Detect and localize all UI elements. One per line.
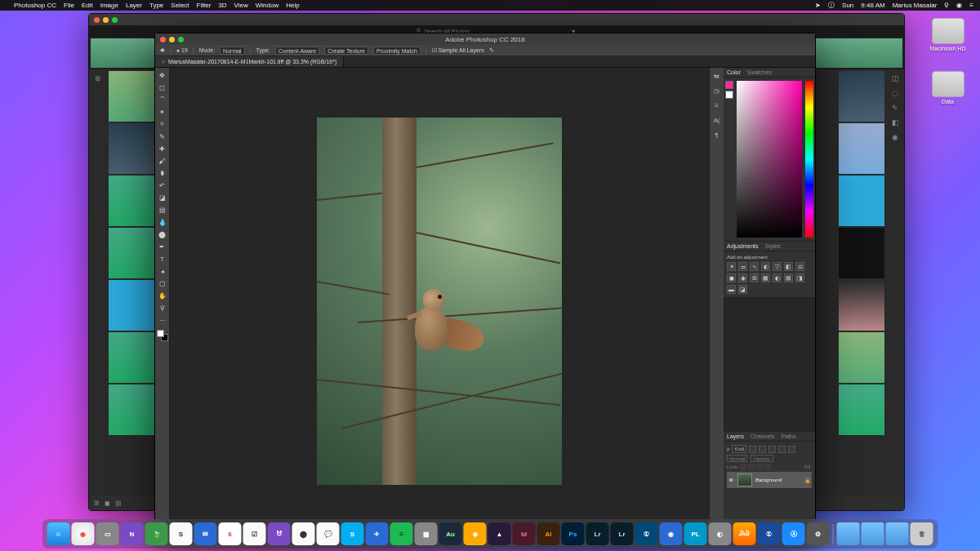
- rectangle-tool[interactable]: ▢: [157, 278, 168, 289]
- dock-freshbooks[interactable]: 🍃: [145, 522, 168, 545]
- app-menu[interactable]: Photoshop CC: [14, 2, 56, 9]
- menu-file[interactable]: File: [64, 2, 74, 9]
- grid-view-icon[interactable]: ⊞: [94, 500, 100, 507]
- gradient-tool[interactable]: ▤: [157, 204, 168, 216]
- menu-help[interactable]: Help: [286, 2, 299, 9]
- exposure-adjustment-icon[interactable]: ◐: [761, 262, 770, 271]
- notification-center-icon[interactable]: ≡: [969, 2, 973, 9]
- gradient-icon[interactable]: ◧: [892, 118, 899, 127]
- hue-slider[interactable]: [805, 81, 813, 238]
- menu-layer[interactable]: Layer: [126, 2, 142, 9]
- dock-things[interactable]: ☑: [243, 522, 266, 545]
- dock-spotify[interactable]: ≡: [390, 522, 413, 545]
- filter-type-icon[interactable]: [768, 446, 776, 453]
- location-icon[interactable]: ➤: [815, 2, 821, 9]
- character-panel-icon[interactable]: A|: [712, 115, 722, 125]
- close-icon[interactable]: [94, 17, 100, 23]
- blur-tool[interactable]: 💧: [157, 216, 168, 228]
- lock-pixels-icon[interactable]: [748, 464, 755, 470]
- gradient-map-adjustment-icon[interactable]: ▬: [727, 285, 736, 294]
- bw-adjustment-icon[interactable]: ◼: [727, 273, 736, 282]
- sample-all-layers-checkbox[interactable]: ☑ Sample All Layers: [432, 47, 484, 54]
- brush-tool[interactable]: 🖌: [157, 155, 168, 167]
- curves-adjustment-icon[interactable]: ∿: [750, 262, 759, 271]
- spotlight-icon[interactable]: ⚲: [944, 2, 949, 9]
- color-balance-adjustment-icon[interactable]: ⚖: [795, 262, 804, 271]
- photo-filter-adjustment-icon[interactable]: ◉: [738, 273, 747, 282]
- filter-pixel-icon[interactable]: [749, 446, 756, 453]
- thumbnail[interactable]: [839, 228, 884, 278]
- thumbnail[interactable]: [109, 332, 154, 383]
- lock-transparency-icon[interactable]: [740, 464, 746, 470]
- dock-lightroom[interactable]: Lr: [586, 522, 609, 545]
- dock-app-store[interactable]: Ⓐ: [782, 522, 805, 545]
- move-tool[interactable]: ✥: [157, 69, 168, 81]
- thumbnail[interactable]: [839, 332, 884, 383]
- channel-mixer-adjustment-icon[interactable]: ⊞: [750, 273, 759, 282]
- radial-icon[interactable]: ◉: [892, 133, 898, 141]
- background-swatch[interactable]: [725, 91, 733, 99]
- brush-icon[interactable]: ✎: [892, 104, 898, 112]
- layer-row-background[interactable]: 👁 Background 🔒: [727, 472, 812, 488]
- paths-tab[interactable]: Paths: [782, 433, 796, 439]
- menu-type[interactable]: Type: [149, 2, 163, 9]
- healing-brush-icon[interactable]: ✚: [160, 47, 165, 54]
- dock-indesign[interactable]: Id: [513, 522, 536, 545]
- filter-shape-icon[interactable]: [778, 446, 786, 453]
- thumbnail[interactable]: [109, 71, 154, 122]
- dock-finder[interactable]: ☺: [47, 522, 70, 545]
- dock-photoshop[interactable]: Ps: [562, 522, 585, 545]
- eyedropper-tool[interactable]: ✎: [157, 131, 168, 142]
- dock-ia-writer[interactable]: ⬤: [292, 522, 315, 545]
- dock-trash[interactable]: 🗑: [911, 522, 933, 545]
- clock-day[interactable]: Sun: [842, 2, 853, 9]
- lasso-tool[interactable]: ⌒: [157, 94, 168, 105]
- paragraph-panel-icon[interactable]: ¶: [712, 130, 722, 140]
- heal-icon[interactable]: ◌: [892, 89, 898, 97]
- close-tab-icon[interactable]: ×: [162, 59, 165, 64]
- dock-ulysses[interactable]: ᕰ: [268, 522, 291, 545]
- quick-select-tool[interactable]: ✶: [157, 106, 168, 118]
- lock-all-icon[interactable]: [764, 464, 771, 470]
- filter-kind-select[interactable]: Kind: [732, 445, 746, 453]
- dock-affinity[interactable]: ▲: [488, 522, 511, 545]
- thumbnail[interactable]: [839, 384, 884, 435]
- adjustments-tab[interactable]: Adjustments: [727, 243, 759, 249]
- user-name[interactable]: Marius Masalar: [893, 2, 938, 9]
- dock-folder[interactable]: [886, 522, 909, 545]
- color-swatches[interactable]: [157, 330, 168, 341]
- thumbnail[interactable]: [839, 123, 884, 174]
- type-tool[interactable]: T: [157, 253, 168, 264]
- square-view-icon[interactable]: ◼: [105, 500, 110, 507]
- dock-1password[interactable]: ①: [758, 522, 781, 545]
- dock-superduper[interactable]: S: [170, 522, 193, 545]
- dock-on1[interactable]: ①: [635, 522, 658, 545]
- dock-folder[interactable]: [837, 522, 860, 545]
- styles-tab[interactable]: Styles: [765, 243, 781, 249]
- filter-smart-icon[interactable]: [788, 446, 795, 453]
- hue-adjustment-icon[interactable]: ◧: [784, 262, 793, 271]
- history-panel-icon[interactable]: ◷: [712, 86, 722, 96]
- color-tab[interactable]: Color: [727, 69, 741, 75]
- photoshop-titlebar[interactable]: Adobe Photoshop CC 2018: [155, 33, 815, 45]
- document-tab[interactable]: × MariusMasalar-20170814-E-M1MarkII-101.…: [155, 56, 344, 67]
- foreground-swatch[interactable]: [725, 81, 733, 89]
- minimize-icon[interactable]: [169, 37, 175, 42]
- dock-capture-one[interactable]: ◉: [660, 522, 683, 545]
- close-icon[interactable]: [160, 37, 166, 42]
- thumbnail[interactable]: [109, 123, 154, 174]
- color-picker-cursor[interactable]: [743, 178, 750, 184]
- hand-tool[interactable]: ✋: [157, 290, 168, 301]
- thumbnail[interactable]: [839, 71, 884, 122]
- dock-audition[interactable]: Au: [439, 522, 462, 545]
- crop-icon[interactable]: ◫: [892, 74, 899, 82]
- dock-messages[interactable]: 💬: [317, 522, 340, 545]
- clone-stamp-tool[interactable]: ⧯: [157, 167, 168, 179]
- type-content-aware[interactable]: Content-Aware: [275, 47, 320, 55]
- detail-view-icon[interactable]: ▤: [115, 500, 122, 507]
- photoshop-canvas-area[interactable]: [170, 68, 709, 535]
- properties-panel-icon[interactable]: ≡: [712, 100, 722, 110]
- selective-color-adjustment-icon[interactable]: ◪: [738, 285, 747, 294]
- menu-3d[interactable]: 3D: [218, 2, 226, 9]
- mode-select[interactable]: Normal: [220, 47, 245, 55]
